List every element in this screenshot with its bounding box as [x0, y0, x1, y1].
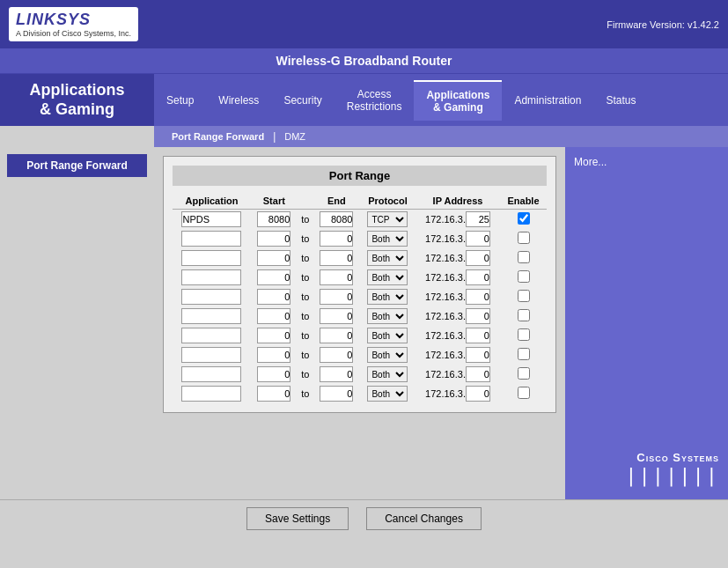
- content-area: Port Range Application Start End Protoco…: [154, 147, 565, 499]
- ip-cell-9: 172.16.3.: [415, 384, 500, 403]
- ip-prefix-5: 172.16.3.: [425, 311, 466, 321]
- tab-wireless[interactable]: Wireless: [206, 87, 271, 114]
- protocol-select-9[interactable]: TCPUDPBoth: [367, 386, 408, 402]
- start-input-1[interactable]: [257, 231, 290, 247]
- ip-last-input-2[interactable]: [466, 250, 490, 266]
- end-input-5[interactable]: [320, 308, 353, 324]
- enable-checkbox-5[interactable]: [518, 309, 530, 321]
- ip-last-input-0[interactable]: [466, 211, 490, 227]
- start-input-8[interactable]: [257, 366, 290, 382]
- logo: LINKSYS A Division of Cisco Systems, Inc…: [9, 7, 138, 41]
- ip-cell-7: 172.16.3.: [415, 345, 500, 365]
- start-input-2[interactable]: [257, 250, 290, 266]
- col-enable: Enable: [500, 193, 547, 210]
- tab-administration[interactable]: Administration: [502, 87, 593, 114]
- tab-setup[interactable]: Setup: [154, 87, 206, 114]
- app-input-4[interactable]: [181, 289, 241, 305]
- tab-applications-gaming[interactable]: Applications& Gaming: [414, 80, 502, 121]
- protocol-select-0[interactable]: TCPUDPBoth: [367, 211, 408, 227]
- app-input-8[interactable]: [181, 366, 241, 382]
- protocol-select-2[interactable]: TCPUDPBoth: [367, 250, 408, 266]
- ip-cell-5: 172.16.3.: [415, 306, 500, 326]
- app-input-7[interactable]: [181, 347, 241, 363]
- start-input-7[interactable]: [257, 347, 290, 363]
- end-input-2[interactable]: [320, 250, 353, 266]
- ip-last-input-6[interactable]: [466, 328, 490, 343]
- more-link[interactable]: More...: [574, 156, 607, 168]
- ip-last-input-7[interactable]: [466, 347, 490, 363]
- ip-last-input-5[interactable]: [466, 308, 490, 324]
- cisco-logo: Cisco Systems |||||||: [625, 451, 719, 486]
- ip-prefix-0: 172.16.3.: [425, 214, 466, 225]
- enable-checkbox-2[interactable]: [518, 251, 530, 263]
- end-input-0[interactable]: [320, 211, 353, 227]
- col-ip: IP Address: [415, 193, 500, 210]
- header: LINKSYS A Division of Cisco Systems, Inc…: [0, 0, 728, 48]
- ip-cell-1: 172.16.3.: [415, 229, 500, 248]
- ip-last-input-3[interactable]: [466, 269, 490, 285]
- enable-checkbox-6[interactable]: [518, 328, 530, 341]
- app-input-3[interactable]: [181, 269, 241, 285]
- save-settings-button[interactable]: Save Settings: [246, 507, 349, 530]
- ip-last-input-4[interactable]: [466, 289, 490, 305]
- section-title: Applications& Gaming: [0, 74, 154, 126]
- end-input-3[interactable]: [320, 269, 353, 285]
- start-input-9[interactable]: [257, 386, 290, 402]
- tab-access-restrictions[interactable]: AccessRestrictions: [335, 81, 415, 120]
- protocol-select-8[interactable]: TCPUDPBoth: [367, 366, 408, 382]
- ip-prefix-7: 172.16.3.: [425, 350, 466, 360]
- enable-checkbox-9[interactable]: [518, 387, 530, 399]
- enable-checkbox-4[interactable]: [518, 290, 530, 302]
- start-input-5[interactable]: [257, 308, 290, 324]
- ip-prefix-4: 172.16.3.: [425, 291, 466, 302]
- app-input-5[interactable]: [181, 308, 241, 324]
- enable-checkbox-8[interactable]: [518, 367, 530, 380]
- tab-status[interactable]: Status: [593, 87, 648, 114]
- table-row: toTCPUDPBoth172.16.3.: [173, 306, 547, 326]
- logo-sub: A Division of Cisco Systems, Inc.: [16, 29, 131, 38]
- enable-checkbox-0[interactable]: [518, 212, 530, 225]
- end-input-6[interactable]: [320, 328, 353, 343]
- ip-prefix-2: 172.16.3.: [425, 253, 466, 263]
- col-protocol: Protocol: [360, 193, 415, 210]
- table-row: toTCPUDPBoth172.16.3.: [173, 365, 547, 384]
- ip-last-input-1[interactable]: [466, 231, 490, 247]
- end-input-9[interactable]: [320, 386, 353, 402]
- app-input-1[interactable]: [181, 231, 241, 247]
- protocol-select-3[interactable]: TCPUDPBoth: [367, 269, 408, 285]
- protocol-select-6[interactable]: TCPUDPBoth: [367, 328, 408, 343]
- ip-last-input-8[interactable]: [466, 366, 490, 382]
- product-title-bar: Wireless-G Broadband Router: [0, 48, 728, 73]
- end-input-4[interactable]: [320, 289, 353, 305]
- protocol-select-4[interactable]: TCPUDPBoth: [367, 289, 408, 305]
- ip-last-input-9[interactable]: [466, 386, 490, 402]
- protocol-select-7[interactable]: TCPUDPBoth: [367, 347, 408, 363]
- to-label: to: [298, 229, 313, 248]
- ip-cell-3: 172.16.3.: [415, 268, 500, 287]
- app-input-0[interactable]: [181, 211, 241, 227]
- sub-nav-dmz[interactable]: DMZ: [276, 131, 314, 142]
- protocol-select-1[interactable]: TCPUDPBoth: [367, 231, 408, 247]
- app-input-6[interactable]: [181, 328, 241, 343]
- start-input-0[interactable]: [257, 211, 290, 227]
- start-input-4[interactable]: [257, 289, 290, 305]
- port-range-box: Port Range Application Start End Protoco…: [163, 156, 556, 413]
- protocol-select-5[interactable]: TCPUDPBoth: [367, 308, 408, 324]
- table-row: toTCPUDPBoth172.16.3.: [173, 229, 547, 248]
- ip-cell-6: 172.16.3.: [415, 326, 500, 345]
- cancel-changes-button[interactable]: Cancel Changes: [366, 507, 482, 530]
- enable-checkbox-3[interactable]: [518, 270, 530, 283]
- enable-checkbox-7[interactable]: [518, 348, 530, 360]
- app-input-2[interactable]: [181, 250, 241, 266]
- end-input-1[interactable]: [320, 231, 353, 247]
- to-label: to: [298, 306, 313, 326]
- end-input-8[interactable]: [320, 366, 353, 382]
- start-input-3[interactable]: [257, 269, 290, 285]
- sub-nav-port-range[interactable]: Port Range Forward: [163, 131, 273, 142]
- app-input-9[interactable]: [181, 386, 241, 402]
- table-row: toTCPUDPBoth172.16.3.: [173, 268, 547, 287]
- end-input-7[interactable]: [320, 347, 353, 363]
- tab-security[interactable]: Security: [271, 87, 334, 114]
- enable-checkbox-1[interactable]: [518, 232, 530, 244]
- start-input-6[interactable]: [257, 328, 290, 343]
